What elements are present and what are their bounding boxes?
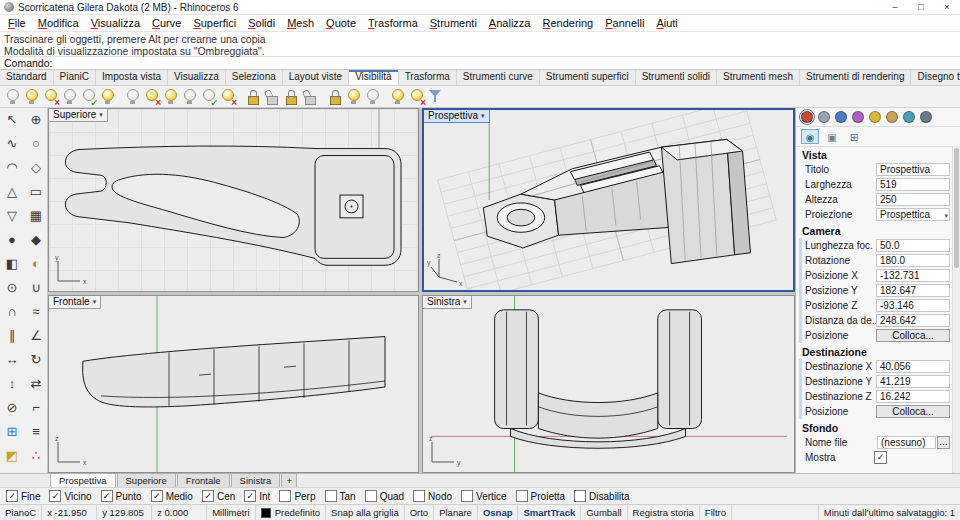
libraries-tab-icon[interactable] — [886, 111, 898, 123]
hide-curves-icon[interactable] — [408, 87, 425, 106]
osnap-nodo[interactable]: Nodo — [413, 490, 452, 502]
osnap-proietta[interactable]: Proietta — [516, 490, 565, 502]
hide-others-icon[interactable] — [143, 87, 160, 106]
viewport-label-prospettiva[interactable]: Prospettiva ▾ — [424, 110, 490, 123]
rotate-icon[interactable]: ↻ — [24, 348, 48, 372]
toolbar-tab-layout-viste[interactable]: Layout viste — [283, 70, 349, 85]
surface-icon[interactable]: ▦ — [24, 204, 48, 228]
toolbar-tab-strumenti-curve[interactable]: Strumenti curve — [457, 70, 540, 85]
hide-in-detail-icon[interactable] — [181, 87, 198, 106]
boolean-union-icon[interactable]: ∪ — [24, 276, 48, 300]
osnap-tan[interactable]: Tan — [325, 490, 356, 502]
viewport-tab-superiore[interactable]: Superiore — [117, 473, 176, 487]
property-value-rotazione[interactable]: 180.0 — [876, 254, 950, 267]
property-value-posizione-z[interactable]: -93.146 — [876, 299, 950, 312]
toolbar-tab-strumenti-superfici[interactable]: Strumenti superfici — [540, 70, 636, 85]
fillet-icon[interactable]: ⌐ — [24, 396, 48, 420]
lock-swap-icon[interactable] — [326, 87, 343, 106]
hide-layer-objects-icon[interactable] — [219, 87, 236, 106]
lights-tab-icon[interactable] — [869, 111, 881, 123]
viewport-tab-sinistra[interactable]: Sinistra — [231, 473, 281, 487]
layers-icon[interactable]: ≡ — [24, 420, 48, 444]
viewport-superiore[interactable]: Superiore ▾ x y — [48, 108, 419, 292]
unlock-objects-icon[interactable] — [263, 87, 280, 106]
property-value-titolo[interactable]: Prospettiva — [876, 163, 950, 176]
mirror-icon[interactable]: ⇄ — [24, 372, 48, 396]
hide-points-icon[interactable] — [364, 87, 381, 106]
colloca-button[interactable]: Colloca... — [876, 405, 950, 418]
toolbar-tab-imposta-vista[interactable]: Imposta vista — [96, 70, 168, 85]
layers-tab-icon[interactable] — [818, 111, 830, 123]
osnap-checkbox-punto[interactable]: ✓ — [101, 490, 113, 502]
toggle-grid-snap[interactable]: Snap alla griglia — [326, 505, 405, 520]
properties-tab-icon[interactable] — [801, 111, 813, 123]
boolean-intersect-icon[interactable]: ∩ — [0, 300, 24, 324]
osnap-perp[interactable]: Perp — [279, 490, 315, 502]
move-icon[interactable]: ↔ — [0, 348, 24, 372]
unlock-selected-icon[interactable] — [301, 87, 318, 106]
osnap-checkbox-vicino[interactable]: ✓ — [49, 490, 61, 502]
osnap-checkbox-cen[interactable]: ✓ — [202, 490, 214, 502]
osnap-medio[interactable]: ✓Medio — [151, 490, 193, 502]
osnap-vicino[interactable]: ✓Vicino — [49, 490, 91, 502]
osnap-disabilita[interactable]: Disabilita — [574, 490, 630, 502]
osnap-checkbox-vertice[interactable] — [461, 490, 473, 502]
osnap-checkbox-fine[interactable]: ✓ — [6, 490, 18, 502]
trim-icon[interactable]: ⊘ — [0, 396, 24, 420]
ellipse-icon[interactable]: ◇ — [24, 156, 48, 180]
show-layer-objects-icon[interactable] — [200, 87, 217, 106]
toggle-filter[interactable]: Filtro — [700, 505, 732, 520]
osnap-checkbox-disabilita[interactable] — [574, 490, 586, 502]
toggle-planar[interactable]: Planare — [434, 505, 478, 520]
lock-selected-icon[interactable] — [282, 87, 299, 106]
scrollbar-thumb[interactable] — [954, 148, 959, 268]
viewport-label-superiore[interactable]: Superiore ▾ — [49, 109, 108, 122]
command-line-input[interactable]: Comando: — [0, 57, 960, 70]
menu-aiuti[interactable]: Aiuti — [650, 17, 683, 29]
menu-mesh[interactable]: Mesh — [281, 17, 320, 29]
layer-button[interactable]: Predefinito — [256, 505, 326, 520]
annotate-icon[interactable]: ⊕ — [24, 108, 48, 132]
unisolate-objects-icon[interactable] — [124, 87, 141, 106]
toggle-gumball[interactable]: Gumball — [581, 505, 627, 520]
osnap-punto[interactable]: ✓Punto — [101, 490, 142, 502]
menu-rendering[interactable]: Rendering — [536, 17, 599, 29]
angle-icon[interactable]: ∠ — [24, 324, 48, 348]
toolbar-tab-visibilit[interactable]: Visibilità — [349, 70, 399, 85]
show-points-icon[interactable] — [345, 87, 362, 106]
viewport-prospettiva[interactable]: Prospettiva ▾ x y z — [422, 108, 795, 292]
lock-objects-icon[interactable] — [244, 87, 261, 106]
paint-bucket-icon[interactable]: ◩ — [0, 444, 24, 468]
toggle-smarttrack[interactable]: SmartTrack — [518, 505, 581, 520]
polyline-icon[interactable]: △ — [0, 180, 24, 204]
maximize-button[interactable]: □ — [908, 0, 934, 14]
viewport-tab-frontale[interactable]: Frontale — [177, 473, 230, 487]
new-viewport-tab-button[interactable]: + — [281, 473, 297, 487]
toggle-osnap[interactable]: Osnap — [478, 505, 519, 520]
osnap-checkbox-quad[interactable] — [365, 490, 377, 502]
select-pointer-icon[interactable]: ↖ — [0, 108, 24, 132]
menu-quote[interactable]: Quote — [320, 17, 362, 29]
menu-modifica[interactable]: Modifica — [32, 17, 85, 29]
visibility-filter-icon[interactable] — [427, 87, 444, 106]
viewport-sinistra[interactable]: Sinistra ▾ y z — [422, 295, 795, 473]
units-button[interactable]: Millimetri — [207, 505, 255, 520]
browse-button[interactable]: ... — [937, 436, 950, 449]
frontale-part-drawing[interactable] — [83, 337, 385, 407]
hide-selected-icon[interactable] — [61, 87, 78, 106]
osnap-checkbox-int[interactable]: ✓ — [244, 490, 256, 502]
cplane-button[interactable]: PianoC — [0, 505, 42, 520]
osnap-checkbox-perp[interactable] — [279, 490, 291, 502]
toolbar-tab-trasforma[interactable]: Trasforma — [399, 70, 457, 85]
shaded-view-icon[interactable]: ◐ — [24, 252, 48, 276]
superiore-part-drawing[interactable] — [65, 146, 401, 265]
show-curves-icon[interactable] — [389, 87, 406, 106]
osnap-checkbox-proietta[interactable] — [516, 490, 528, 502]
polygon-icon[interactable]: ▽ — [0, 204, 24, 228]
property-value-destinazione-z[interactable]: 16.242 — [876, 390, 950, 403]
osnap-checkbox-medio[interactable]: ✓ — [151, 490, 163, 502]
extrude-icon[interactable]: ◧ — [0, 252, 24, 276]
prospettiva-part-drawing[interactable] — [483, 139, 750, 263]
toolbar-tab-strumenti-di-rendering[interactable]: Strumenti di rendering — [800, 70, 911, 85]
menu-curve[interactable]: Curve — [146, 17, 187, 29]
